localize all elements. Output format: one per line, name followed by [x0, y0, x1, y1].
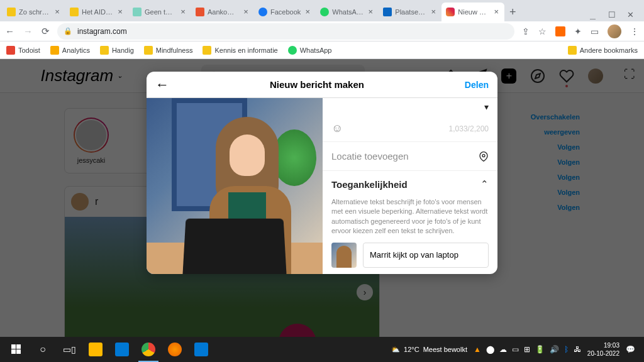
char-count: 1,033/2,200: [449, 124, 489, 133]
extension-icon[interactable]: [555, 26, 565, 36]
close-icon[interactable]: ×: [116, 8, 124, 16]
tray-icon[interactable]: ▭: [512, 345, 519, 354]
bookmark-folder[interactable]: Kennis en informatie: [203, 46, 277, 55]
window-maximize-icon[interactable]: ☐: [608, 10, 616, 21]
window-close-icon[interactable]: ✕: [627, 10, 634, 21]
tray-icon[interactable]: ▲: [474, 345, 481, 354]
location-pin-icon: [479, 151, 489, 162]
reload-button[interactable]: ⟳: [42, 26, 50, 37]
close-icon[interactable]: ×: [53, 8, 61, 16]
other-bookmarks[interactable]: Andere bookmarks: [568, 46, 638, 55]
system-tray: ▲ ⬤ ☁ ▭ ⊞ 🔋 🔊 ᛒ 🖧: [474, 345, 581, 354]
battery-icon[interactable]: 🔋: [535, 345, 545, 354]
notifications-icon[interactable]: 💬: [626, 345, 635, 354]
modal-title: Nieuw bericht maken: [270, 79, 364, 90]
chevron-up-icon: ⌃: [480, 178, 489, 190]
onedrive-icon[interactable]: ☁: [499, 345, 507, 354]
network-icon[interactable]: 🖧: [574, 345, 581, 354]
sidepanel-icon[interactable]: ▭: [591, 26, 599, 36]
url-input[interactable]: 🔒 instagram.com: [57, 23, 514, 40]
bookmark-folder[interactable]: Mindfulness: [144, 46, 193, 55]
add-location-button[interactable]: Locatie toevoegen: [323, 142, 497, 171]
alt-text-row: [323, 243, 497, 274]
volume-icon[interactable]: 🔊: [550, 345, 559, 354]
windows-taskbar: ○ ▭▯ ⛅ 12°C Meest bewolkt ▲ ⬤ ☁ ▭ ⊞ 🔋 🔊 …: [0, 337, 644, 362]
emoji-icon[interactable]: ☺: [331, 122, 343, 135]
share-button[interactable]: Delen: [465, 80, 489, 90]
extensions-icon[interactable]: ✦: [574, 26, 582, 36]
close-icon[interactable]: ×: [179, 8, 187, 16]
browser-tab[interactable]: Zo schrijf je×: [3, 3, 65, 21]
chevron-down-icon[interactable]: ▾: [484, 102, 489, 112]
close-icon[interactable]: ×: [367, 8, 374, 16]
browser-tab[interactable]: Facebook×: [254, 3, 316, 21]
browser-tab[interactable]: Het AIDA-m×: [65, 3, 128, 21]
browser-tab-strip: Zo schrijf je× Het AIDA-m× Geen toega× A…: [0, 0, 644, 21]
tray-icon[interactable]: ⬤: [486, 345, 494, 354]
window-controls: ＿ ☐ ✕: [581, 10, 641, 21]
browser-tab[interactable]: Aankomen×: [191, 3, 254, 21]
new-tab-button[interactable]: +: [504, 4, 521, 20]
share-icon[interactable]: ⇪: [522, 26, 530, 36]
svg-rect-5: [11, 349, 16, 354]
caption-footer: ☺ 1,033/2,200: [323, 116, 497, 142]
post-preview-image: [147, 98, 323, 274]
accessibility-toggle[interactable]: Toegankelijkheid ⌃: [323, 171, 497, 197]
taskbar-app[interactable]: [83, 337, 108, 362]
bookmark-item[interactable]: Analytics: [50, 46, 90, 55]
window-minimize-icon[interactable]: ＿: [589, 10, 597, 21]
menu-icon[interactable]: ⋮: [630, 26, 639, 36]
back-button[interactable]: ←: [155, 77, 169, 93]
bookmark-folder[interactable]: Handig: [100, 46, 134, 55]
svg-rect-3: [11, 344, 16, 349]
alt-thumbnail: [331, 243, 357, 268]
bookmark-item[interactable]: Todoist: [6, 46, 40, 55]
weather-widget[interactable]: ⛅ 12°C Meest bewolkt: [385, 346, 474, 354]
close-icon[interactable]: ×: [430, 8, 437, 16]
close-icon[interactable]: ×: [304, 8, 311, 16]
taskbar-app-firefox[interactable]: [162, 337, 187, 362]
browser-tab[interactable]: Geen toega×: [128, 3, 191, 21]
lock-icon: 🔒: [64, 27, 72, 35]
browser-tab-active[interactable]: Nieuw beri×: [441, 3, 504, 21]
search-button[interactable]: ○: [30, 337, 55, 362]
bookmarks-bar: Todoist Analytics Handig Mindfulness Ken…: [0, 41, 644, 59]
url-text: instagram.com: [77, 27, 127, 36]
browser-tab[interactable]: WhatsApp×: [316, 3, 379, 21]
task-view-button[interactable]: ▭▯: [57, 337, 82, 362]
alt-text-input[interactable]: [363, 243, 489, 268]
address-bar: ← → ⟳ 🔒 instagram.com ⇪ ☆ ✦ ▭ ⋮: [0, 21, 644, 41]
start-button[interactable]: [4, 337, 29, 362]
bookmark-item[interactable]: WhatsApp: [288, 46, 332, 55]
bluetooth-icon[interactable]: ᛒ: [564, 345, 569, 354]
clock[interactable]: 19:03 20-10-2022: [587, 341, 619, 358]
new-post-modal: ← Nieuw bericht maken Delen: [147, 72, 497, 274]
accessibility-description: Alternatieve tekst beschrijft je foto's …: [323, 197, 497, 243]
taskbar-app[interactable]: [109, 337, 135, 362]
modal-overlay[interactable]: ← Nieuw bericht maken Delen: [0, 59, 644, 337]
browser-tab[interactable]: Plaatsen | F×: [379, 3, 441, 21]
back-button[interactable]: ←: [5, 26, 14, 37]
svg-rect-6: [16, 349, 21, 354]
taskbar-app-mail[interactable]: [189, 337, 214, 362]
forward-button[interactable]: →: [23, 26, 33, 37]
svg-rect-4: [16, 344, 21, 349]
taskbar-app-chrome[interactable]: [136, 337, 161, 362]
svg-point-2: [482, 154, 485, 156]
close-icon[interactable]: ×: [492, 8, 500, 16]
bookmark-star-icon[interactable]: ☆: [538, 26, 547, 36]
close-icon[interactable]: ×: [242, 8, 250, 16]
profile-avatar[interactable]: [608, 25, 621, 38]
post-settings-panel: ▾ ☺ 1,033/2,200 Locatie toevoegen Toegan…: [323, 98, 497, 274]
tabs-row: Zo schrijf je× Het AIDA-m× Geen toega× A…: [3, 3, 581, 21]
tray-icon[interactable]: ⊞: [524, 345, 530, 354]
instagram-app: Instagram⌄ 🔍 Zoeken + ⛶ je: [0, 59, 644, 337]
weather-icon: ⛅: [391, 346, 400, 354]
